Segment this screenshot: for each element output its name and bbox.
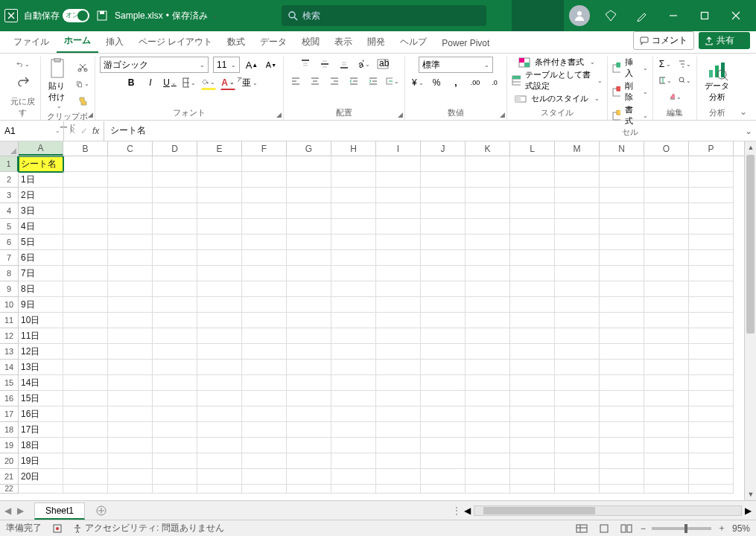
cell-N3[interactable] — [600, 188, 644, 203]
sheet-nav-next[interactable]: ▶ — [17, 505, 24, 516]
cell-B21[interactable] — [63, 469, 108, 485]
cell-E7[interactable] — [197, 250, 242, 266]
cell-H6[interactable] — [331, 234, 376, 250]
cell-M19[interactable] — [555, 438, 600, 453]
column-header-K[interactable]: K — [466, 141, 510, 156]
comments-button[interactable]: コメント — [633, 31, 694, 50]
cell-I11[interactable] — [376, 313, 421, 328]
column-header-C[interactable]: C — [108, 141, 153, 156]
row-header-18[interactable]: 18 — [0, 422, 19, 438]
cell-A6[interactable]: 5日 — [19, 234, 63, 250]
cell-L22[interactable] — [510, 485, 555, 494]
cell-P2[interactable] — [689, 172, 734, 188]
decrease-decimal-button[interactable]: .0 — [487, 75, 502, 90]
cell-I19[interactable] — [376, 438, 421, 453]
cell-B11[interactable] — [63, 313, 108, 328]
cell-O2[interactable] — [644, 172, 689, 188]
cell-I6[interactable] — [376, 234, 421, 250]
collapse-ribbon-button[interactable]: ⌄ — [737, 103, 750, 120]
cell-M20[interactable] — [555, 453, 600, 469]
cell-F9[interactable] — [242, 281, 287, 297]
number-format-select[interactable]: 標準⌄ — [419, 57, 493, 73]
search-box[interactable]: 検索 — [282, 5, 486, 26]
cell-L16[interactable] — [510, 391, 555, 406]
alignment-dialog-launcher[interactable]: ◢ — [398, 111, 403, 118]
cell-M4[interactable] — [555, 203, 600, 219]
cell-O21[interactable] — [644, 469, 689, 485]
cell-G22[interactable] — [287, 485, 331, 494]
cell-A7[interactable]: 6日 — [19, 250, 63, 266]
cell-N14[interactable] — [600, 360, 644, 375]
cell-N16[interactable] — [600, 391, 644, 406]
cell-N4[interactable] — [600, 203, 644, 219]
cell-I7[interactable] — [376, 250, 421, 266]
cell-D2[interactable] — [153, 172, 197, 188]
cell-J10[interactable] — [421, 297, 466, 313]
number-dialog-launcher[interactable]: ◢ — [500, 111, 505, 118]
cell-N9[interactable] — [600, 281, 644, 297]
bold-button[interactable]: B — [124, 75, 139, 90]
cell-G13[interactable] — [287, 344, 331, 360]
user-avatar[interactable] — [564, 0, 595, 31]
cell-J18[interactable] — [421, 422, 466, 438]
delete-cells-button[interactable]: 削除⌄ — [612, 80, 648, 103]
vertical-scrollbar[interactable]: ▲ ▼ — [744, 141, 756, 500]
cell-B19[interactable] — [63, 438, 108, 453]
cell-G17[interactable] — [287, 406, 331, 422]
cell-G7[interactable] — [287, 250, 331, 266]
cell-I1[interactable] — [376, 156, 421, 172]
cell-F1[interactable] — [242, 156, 287, 172]
cell-L11[interactable] — [510, 313, 555, 328]
row-header-13[interactable]: 13 — [0, 344, 19, 360]
cell-K19[interactable] — [466, 438, 510, 453]
cell-N5[interactable] — [600, 219, 644, 234]
cell-K6[interactable] — [466, 234, 510, 250]
cell-D18[interactable] — [153, 422, 197, 438]
cell-P10[interactable] — [689, 297, 734, 313]
cell-J4[interactable] — [421, 203, 466, 219]
tab-data[interactable]: データ — [252, 31, 294, 53]
cell-J17[interactable] — [421, 406, 466, 422]
cell-D21[interactable] — [153, 469, 197, 485]
cell-G20[interactable] — [287, 453, 331, 469]
cell-F17[interactable] — [242, 406, 287, 422]
find-select-button[interactable]: ⌄ — [677, 73, 692, 88]
decrease-font-button[interactable]: A▼ — [264, 57, 279, 72]
cell-J11[interactable] — [421, 313, 466, 328]
cell-B7[interactable] — [63, 250, 108, 266]
cell-C10[interactable] — [108, 297, 153, 313]
cell-C15[interactable] — [108, 375, 153, 391]
cell-D13[interactable] — [153, 344, 197, 360]
cell-F16[interactable] — [242, 391, 287, 406]
cell-M15[interactable] — [555, 375, 600, 391]
cell-K20[interactable] — [466, 453, 510, 469]
cell-B18[interactable] — [63, 422, 108, 438]
cell-O13[interactable] — [644, 344, 689, 360]
cell-D15[interactable] — [153, 375, 197, 391]
cell-I5[interactable] — [376, 219, 421, 234]
cell-G10[interactable] — [287, 297, 331, 313]
cell-I12[interactable] — [376, 328, 421, 344]
row-header-9[interactable]: 9 — [0, 281, 19, 297]
row-header-5[interactable]: 5 — [0, 219, 19, 234]
cell-G15[interactable] — [287, 375, 331, 391]
cell-D20[interactable] — [153, 453, 197, 469]
cell-N6[interactable] — [600, 234, 644, 250]
font-size-select[interactable]: 11⌄ — [213, 57, 240, 73]
cell-H14[interactable] — [331, 360, 376, 375]
tab-review[interactable]: 校閲 — [294, 31, 327, 53]
page-layout-view-button[interactable] — [596, 522, 612, 535]
cell-D17[interactable] — [153, 406, 197, 422]
cell-H1[interactable] — [331, 156, 376, 172]
cell-H12[interactable] — [331, 328, 376, 344]
cell-F7[interactable] — [242, 250, 287, 266]
cell-F8[interactable] — [242, 266, 287, 281]
cell-H9[interactable] — [331, 281, 376, 297]
orientation-button[interactable]: ab⌄ — [356, 57, 371, 71]
cell-P12[interactable] — [689, 328, 734, 344]
tab-file[interactable]: ファイル — [6, 31, 57, 53]
cell-I2[interactable] — [376, 172, 421, 188]
cell-J1[interactable] — [421, 156, 466, 172]
cell-O9[interactable] — [644, 281, 689, 297]
insert-cells-button[interactable]: 挿入⌄ — [612, 57, 648, 79]
